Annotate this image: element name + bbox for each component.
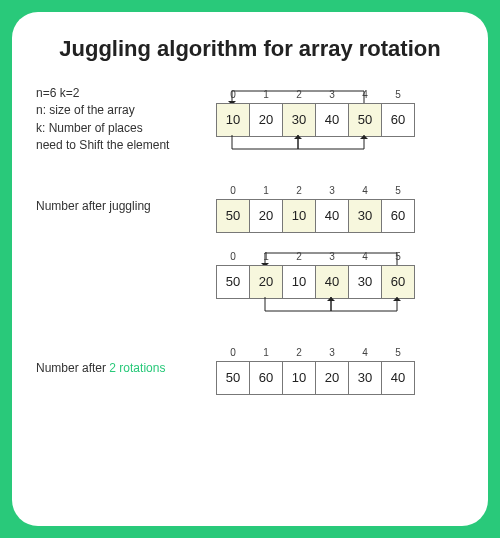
bottom-arrows: [215, 297, 425, 317]
array-block: 500201102403304605: [216, 247, 415, 317]
index-label: 0: [217, 185, 249, 196]
index-label: 4: [349, 89, 381, 100]
array-cell: 403: [315, 103, 349, 137]
array-cell: 500: [216, 361, 250, 395]
step-panel: Number after juggling500201102403304605: [36, 181, 464, 233]
index-label: 0: [217, 89, 249, 100]
array-row: 500201102403304605: [216, 199, 415, 233]
page-title: Juggling algorithm for array rotation: [36, 36, 464, 63]
step-description: Number after 2 rotations: [36, 360, 216, 377]
index-label: 5: [382, 89, 414, 100]
array-cell: 100: [216, 103, 250, 137]
array-row: 100201302403504605: [216, 103, 415, 137]
array-cell: 203: [315, 361, 349, 395]
index-label: 3: [316, 251, 348, 262]
array-block: 500201102403304605: [216, 181, 415, 233]
step-description: Number after juggling: [36, 198, 216, 215]
array-cell: 500: [216, 199, 250, 233]
outer-frame: Juggling algorithm for array rotation n=…: [0, 0, 500, 538]
index-label: 4: [349, 185, 381, 196]
index-label: 0: [217, 347, 249, 358]
index-label: 1: [250, 89, 282, 100]
array-cell: 102: [282, 199, 316, 233]
step-panel: 500201102403304605: [36, 247, 464, 317]
array-cell: 504: [348, 103, 382, 137]
bottom-arrows: [215, 135, 425, 155]
index-label: 1: [250, 347, 282, 358]
array-cell: 304: [348, 361, 382, 395]
index-label: 4: [349, 251, 381, 262]
array-cell: 601: [249, 361, 283, 395]
step-panel: n=6 k=2n: size of the arrayk: Number of …: [36, 85, 464, 155]
array-cell: 201: [249, 265, 283, 299]
index-label: 2: [283, 347, 315, 358]
array-cell: 304: [348, 265, 382, 299]
array-cell: 605: [381, 199, 415, 233]
array-cell: 500: [216, 265, 250, 299]
index-label: 1: [250, 185, 282, 196]
index-label: 3: [316, 89, 348, 100]
array-cell: 201: [249, 103, 283, 137]
array-cell: 605: [381, 103, 415, 137]
array-block: 500601102203304405: [216, 343, 415, 395]
index-label: 2: [283, 185, 315, 196]
card: Juggling algorithm for array rotation n=…: [12, 12, 488, 526]
step-description: n=6 k=2n: size of the arrayk: Number of …: [36, 85, 216, 155]
array-cell: 403: [315, 199, 349, 233]
array-cell: 304: [348, 199, 382, 233]
array-cell: 605: [381, 265, 415, 299]
array-cell: 102: [282, 265, 316, 299]
array-block: 100201302403504605: [216, 85, 415, 155]
array-cell: 201: [249, 199, 283, 233]
array-cell: 405: [381, 361, 415, 395]
index-label: 3: [316, 347, 348, 358]
array-row: 500601102203304405: [216, 361, 415, 395]
array-cell: 302: [282, 103, 316, 137]
index-label: 2: [283, 251, 315, 262]
array-cell: 403: [315, 265, 349, 299]
index-label: 4: [349, 347, 381, 358]
array-cell: 102: [282, 361, 316, 395]
index-label: 1: [250, 251, 282, 262]
index-label: 5: [382, 251, 414, 262]
index-label: 5: [382, 185, 414, 196]
index-label: 5: [382, 347, 414, 358]
index-label: 0: [217, 251, 249, 262]
index-label: 2: [283, 89, 315, 100]
index-label: 3: [316, 185, 348, 196]
array-row: 500201102403304605: [216, 265, 415, 299]
panels-container: n=6 k=2n: size of the arrayk: Number of …: [36, 85, 464, 395]
step-panel: Number after 2 rotations5006011022033044…: [36, 343, 464, 395]
